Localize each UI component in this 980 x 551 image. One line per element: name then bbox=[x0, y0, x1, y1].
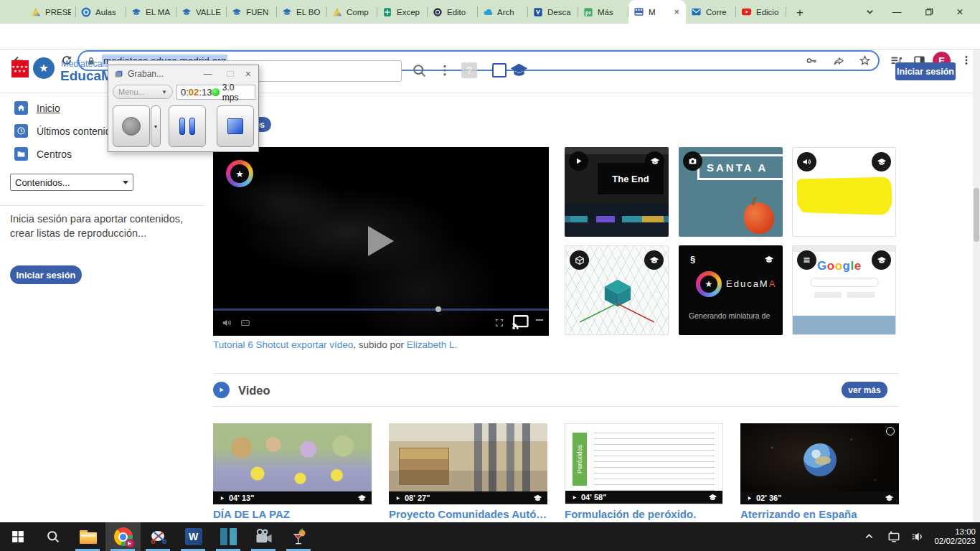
browser-tab-elbo[interactable]: EL BO bbox=[277, 0, 327, 24]
video-card-aterrizando[interactable]: 02' 36" bbox=[740, 423, 899, 504]
start-button[interactable] bbox=[0, 522, 35, 551]
recorder-app-icon bbox=[114, 70, 123, 79]
file-explorer-button[interactable] bbox=[70, 522, 105, 551]
taskbar-search-button[interactable] bbox=[35, 522, 70, 551]
browser-tab-corre[interactable]: Corre bbox=[686, 0, 736, 24]
word-taskbar-button[interactable]: W bbox=[176, 522, 211, 551]
video-card-peroxido[interactable]: Peróxidos 04' 58" bbox=[565, 423, 723, 504]
brand-educamadrid[interactable]: EducaM bbox=[60, 68, 113, 84]
windows-taskbar: E W 13:00 02/02/2023 bbox=[0, 522, 980, 551]
browser-tab-arch[interactable]: Arch bbox=[478, 0, 528, 24]
player-progress-track[interactable] bbox=[213, 309, 549, 311]
key-icon[interactable] bbox=[806, 55, 818, 67]
caption-author-link[interactable]: Elizabeth L. bbox=[407, 339, 458, 350]
tray-volume-icon[interactable] bbox=[911, 530, 924, 543]
player-progress-handle[interactable] bbox=[435, 306, 441, 312]
video-card-title[interactable]: Formulación de peróxido. bbox=[565, 508, 723, 520]
record-button[interactable] bbox=[113, 105, 150, 147]
thumb-generating[interactable]: ★ EducaMA Generando miniatura de § bbox=[679, 245, 783, 335]
browser-tab-edicio[interactable]: Edicio bbox=[736, 0, 786, 24]
bookmark-star-icon[interactable] bbox=[859, 55, 871, 67]
browser-tab-edito[interactable]: Edito bbox=[428, 0, 478, 24]
thumb-google[interactable]: Google bbox=[792, 245, 896, 335]
tab-search-icon[interactable] bbox=[858, 0, 881, 24]
record-options-dropdown[interactable]: ▼ bbox=[151, 105, 161, 147]
recorder-close-button[interactable]: × bbox=[244, 68, 253, 80]
sidebar-item-ultimos[interactable]: Últimos contenidos bbox=[14, 124, 121, 138]
browser-tab-desca[interactable]: Desca bbox=[528, 0, 578, 24]
tray-clock[interactable]: 13:00 02/02/2023 bbox=[930, 527, 976, 546]
browser-tab-mediateca-active[interactable]: M× bbox=[628, 0, 686, 24]
pixabay-icon bbox=[583, 7, 593, 17]
share-icon[interactable] bbox=[832, 55, 844, 67]
recorder-title-bar[interactable]: Graban... — × bbox=[108, 65, 258, 83]
recorder-menu-dropdown[interactable]: Menu... ▼ bbox=[113, 85, 173, 99]
sidebar-login-button[interactable]: Iniciar sesión bbox=[10, 265, 82, 284]
player-fullscreen-icon[interactable] bbox=[494, 318, 504, 328]
page-scrollbar-thumb[interactable] bbox=[974, 188, 979, 242]
ver-mas-button[interactable]: ver más bbox=[842, 382, 887, 398]
window-minimize-button[interactable]: — bbox=[881, 0, 913, 24]
help-icon[interactable]: ? bbox=[461, 62, 477, 78]
player-captions-icon[interactable] bbox=[240, 318, 250, 328]
thumb-editor[interactable]: The End bbox=[565, 147, 669, 237]
video-section-title: Video bbox=[238, 384, 270, 397]
recorder-dialog[interactable]: Graban... — × Menu... ▼ 0:02:13 3.0 mps … bbox=[108, 65, 259, 152]
cocktail-app-button[interactable] bbox=[281, 522, 316, 551]
new-tab-button[interactable]: + bbox=[789, 2, 811, 24]
recorder-minimize-button[interactable]: — bbox=[199, 69, 217, 79]
shelf-image bbox=[399, 448, 449, 485]
browser-tab-comp[interactable]: Comp bbox=[327, 0, 377, 24]
video-card-dia-de-la-paz[interactable]: 04' 13" bbox=[213, 423, 372, 504]
browser-tab-mas[interactable]: Más bbox=[578, 0, 628, 24]
page-scrollbar-track[interactable] bbox=[973, 50, 980, 522]
contenidos-dropdown[interactable]: Contenidos... bbox=[10, 174, 133, 191]
select-all-checkbox[interactable] bbox=[492, 63, 507, 77]
browser-tab-fuen[interactable]: FUEN bbox=[227, 0, 277, 24]
site-options-icon[interactable] bbox=[438, 63, 452, 77]
sidebar-item-inicio[interactable]: Inicio bbox=[14, 101, 60, 115]
video-card-title[interactable]: Proyecto Comunidades Autó… bbox=[389, 508, 547, 520]
video-player[interactable]: ★ bbox=[213, 147, 549, 336]
camstudio-recorder-button[interactable] bbox=[246, 522, 281, 551]
thumb-santa-text: SANTA A bbox=[697, 154, 783, 180]
chrome-taskbar-button[interactable]: E bbox=[105, 522, 141, 551]
tray-chevron-up-icon[interactable] bbox=[863, 530, 875, 542]
sidebar-item-centros[interactable]: Centros bbox=[14, 147, 72, 161]
chromecast-icon[interactable] bbox=[510, 312, 530, 332]
pause-button[interactable] bbox=[169, 105, 206, 147]
video-card-title[interactable]: Aterrizando en España bbox=[740, 508, 899, 520]
tab-close-icon[interactable]: × bbox=[672, 6, 681, 17]
tab-label: VALLE bbox=[196, 8, 222, 17]
mail-icon bbox=[691, 6, 702, 17]
player-play-icon[interactable] bbox=[368, 226, 394, 256]
brand-mediateca[interactable]: Mediateca bbox=[61, 59, 103, 69]
browser-tab-excep[interactable]: Excep bbox=[377, 0, 428, 24]
thumb-audio[interactable] bbox=[792, 147, 896, 237]
player-volume-icon[interactable] bbox=[222, 318, 232, 328]
tray-network-icon[interactable] bbox=[887, 530, 900, 543]
tab-label: M bbox=[649, 8, 668, 17]
duration-text: 08' 27" bbox=[405, 494, 430, 502]
educamadrid-logo[interactable]: ★ bbox=[33, 57, 55, 79]
video-card-title[interactable]: DÍA DE LA PAZ bbox=[213, 508, 372, 520]
thumb-santa[interactable]: SANTA A bbox=[679, 147, 783, 237]
recorder-status-box: 0:02:13 3.0 mps bbox=[176, 85, 255, 100]
window-restore-button[interactable] bbox=[913, 0, 944, 24]
site-search-icon[interactable] bbox=[412, 63, 427, 78]
snipping-tool-button[interactable] bbox=[141, 522, 176, 551]
play-icon bbox=[571, 494, 578, 501]
browser-tab-aulas[interactable]: Aulas bbox=[76, 0, 126, 24]
thumb-3d-model[interactable] bbox=[565, 245, 669, 335]
caption-video-link[interactable]: Tutorial 6 Shotcut exportar vídeo bbox=[213, 339, 353, 350]
browser-tab-valle[interactable]: VALLE bbox=[176, 0, 227, 24]
window-close-button[interactable]: × bbox=[944, 0, 976, 24]
educa-cap-icon[interactable] bbox=[509, 61, 529, 80]
video-card-comunidades[interactable]: 08' 27" bbox=[389, 423, 547, 504]
header-login-button[interactable]: Iniciar sesión bbox=[895, 62, 956, 80]
browser-tab-elma[interactable]: EL MA bbox=[126, 0, 176, 24]
browser-tab-prese[interactable]: PRESE bbox=[26, 0, 76, 24]
stop-button[interactable] bbox=[217, 105, 254, 147]
panes-app-button[interactable] bbox=[211, 522, 246, 551]
play-icon bbox=[395, 495, 401, 501]
